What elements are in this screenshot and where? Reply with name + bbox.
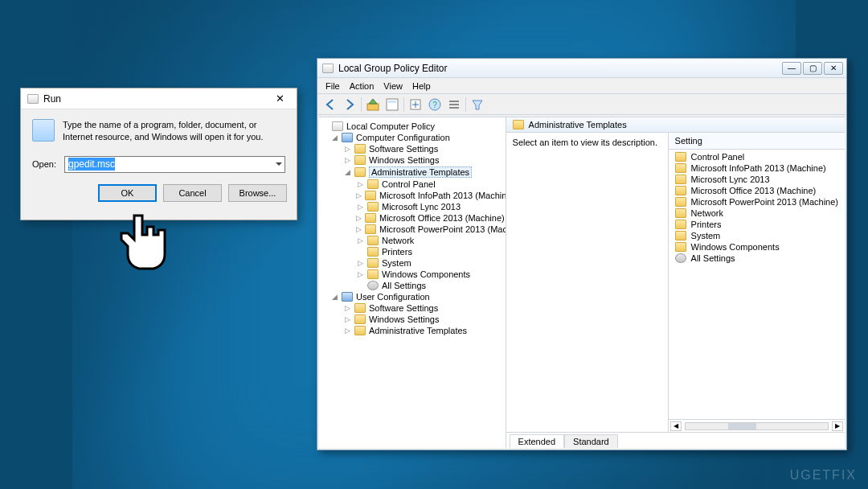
- folder-icon: [354, 155, 366, 165]
- expand-icon[interactable]: ▷: [356, 180, 364, 188]
- computer-icon: [342, 133, 353, 142]
- open-label: Open:: [32, 159, 56, 169]
- tree-item[interactable]: System: [382, 258, 411, 268]
- scroll-right-icon[interactable]: ▶: [832, 421, 843, 431]
- tab-extended[interactable]: Extended: [510, 434, 564, 448]
- tree-item[interactable]: Control Panel: [382, 179, 436, 189]
- expand-icon[interactable]: ▷: [356, 225, 362, 233]
- expand-icon[interactable]: ◢: [343, 168, 351, 176]
- ok-button[interactable]: OK: [98, 184, 157, 202]
- list-item[interactable]: Control Panel: [691, 152, 745, 162]
- open-input[interactable]: gpedit.msc: [64, 156, 285, 173]
- column-header-setting[interactable]: Setting: [669, 133, 845, 150]
- folder-icon: [675, 186, 686, 195]
- folder-icon: [354, 144, 366, 154]
- maximize-button[interactable]: ▢: [803, 62, 822, 75]
- menu-file[interactable]: File: [326, 81, 340, 91]
- folder-icon: [367, 179, 379, 189]
- folder-icon: [367, 269, 379, 279]
- folder-icon: [675, 197, 686, 207]
- menu-action[interactable]: Action: [350, 81, 375, 91]
- list-item[interactable]: System: [691, 231, 721, 240]
- list-icon[interactable]: [446, 97, 462, 113]
- expand-icon[interactable]: ▷: [356, 203, 364, 211]
- list-item[interactable]: Microsoft Office 2013 (Machine): [691, 186, 817, 195]
- expand-icon[interactable]: ▷: [343, 315, 351, 323]
- tree-item[interactable]: Software Settings: [369, 303, 438, 313]
- up-icon[interactable]: [365, 97, 381, 113]
- expand-icon[interactable]: ▷: [343, 327, 351, 335]
- expand-icon[interactable]: ◢: [330, 293, 338, 301]
- list-item[interactable]: Microsoft InfoPath 2013 (Machine): [691, 163, 826, 173]
- filter-icon[interactable]: [469, 97, 485, 113]
- list-item[interactable]: Windows Components: [691, 242, 780, 252]
- expand-icon[interactable]: ▷: [356, 270, 364, 278]
- description-panel: Select an item to view its description.: [506, 133, 669, 432]
- folder-icon: [367, 202, 379, 212]
- minimize-button[interactable]: —: [782, 62, 801, 75]
- expand-icon[interactable]: ▷: [356, 259, 364, 267]
- folder-icon: [675, 220, 686, 229]
- settings-icon: [367, 281, 379, 290]
- tree-item[interactable]: Microsoft PowerPoint 2013 (Machine): [379, 224, 506, 234]
- export-icon[interactable]: [407, 97, 424, 113]
- tree-root[interactable]: Local Computer Policy: [346, 121, 435, 131]
- expand-icon[interactable]: ▷: [356, 214, 362, 222]
- tree-item[interactable]: Software Settings: [369, 144, 438, 154]
- forward-icon[interactable]: [342, 97, 358, 113]
- tab-standard[interactable]: Standard: [564, 434, 618, 448]
- folder-icon: [365, 224, 376, 234]
- tree-item[interactable]: Microsoft Office 2013 (Machine): [379, 213, 505, 223]
- folder-icon: [675, 231, 686, 240]
- tree-view[interactable]: Local Computer Policy ◢Computer Configur…: [319, 117, 506, 448]
- svg-text:?: ?: [432, 101, 437, 109]
- tree-admin-templates[interactable]: Administrative Templates: [369, 166, 472, 178]
- folder-icon: [675, 175, 686, 184]
- tree-item[interactable]: All Settings: [382, 281, 426, 290]
- browse-button[interactable]: Browse...: [228, 184, 287, 202]
- tree-user-config[interactable]: User Configuration: [356, 292, 430, 302]
- run-titlebar[interactable]: Run ✕: [21, 88, 297, 109]
- run-title: Run: [43, 93, 61, 105]
- settings-list[interactable]: Control Panel Microsoft InfoPath 2013 (M…: [669, 150, 845, 419]
- tree-item[interactable]: Microsoft InfoPath 2013 (Machine): [379, 191, 506, 200]
- menu-help[interactable]: Help: [412, 81, 431, 91]
- tree-item[interactable]: Windows Settings: [369, 155, 439, 165]
- close-button[interactable]: ✕: [824, 62, 843, 75]
- run-app-icon: [27, 94, 39, 104]
- tree-item[interactable]: Microsoft Lync 2013: [382, 202, 461, 212]
- menu-bar: File Action View Help: [317, 78, 846, 94]
- list-item[interactable]: Microsoft PowerPoint 2013 (Machine): [691, 197, 838, 207]
- horizontal-scrollbar[interactable]: ◀ ▶: [669, 419, 845, 432]
- tree-computer-config[interactable]: Computer Configuration: [356, 133, 450, 142]
- gpedit-titlebar[interactable]: Local Group Policy Editor — ▢ ✕: [317, 59, 846, 78]
- expand-icon[interactable]: ▷: [343, 304, 351, 312]
- folder-icon: [367, 258, 379, 268]
- tree-item[interactable]: Administrative Templates: [369, 326, 467, 335]
- properties-icon[interactable]: [384, 97, 400, 113]
- tree-item[interactable]: Printers: [382, 247, 412, 257]
- run-dialog: Run ✕ Type the name of a program, folder…: [20, 88, 297, 220]
- list-item[interactable]: Printers: [691, 220, 722, 229]
- help-icon[interactable]: ?: [427, 97, 443, 113]
- folder-icon: [354, 326, 366, 335]
- gpedit-title: Local Group Policy Editor: [338, 63, 447, 74]
- menu-view[interactable]: View: [383, 81, 403, 91]
- list-item[interactable]: Network: [691, 208, 723, 218]
- cancel-button[interactable]: Cancel: [163, 184, 222, 202]
- watermark: UGETFIX: [790, 468, 857, 483]
- expand-icon[interactable]: ▷: [343, 156, 351, 164]
- tree-item[interactable]: Windows Components: [382, 269, 470, 279]
- expand-icon[interactable]: ▷: [356, 236, 364, 244]
- scroll-left-icon[interactable]: ◀: [670, 421, 682, 431]
- expand-icon[interactable]: ▷: [343, 145, 351, 153]
- list-item[interactable]: All Settings: [691, 253, 735, 263]
- list-item[interactable]: Microsoft Lync 2013: [691, 175, 770, 184]
- expand-icon[interactable]: ▷: [356, 191, 362, 199]
- expand-icon[interactable]: ◢: [330, 134, 338, 142]
- tree-item[interactable]: Windows Settings: [369, 314, 439, 324]
- close-button[interactable]: ✕: [268, 92, 292, 105]
- tree-item[interactable]: Network: [382, 236, 414, 245]
- back-icon[interactable]: [322, 97, 338, 113]
- folder-icon: [675, 242, 686, 252]
